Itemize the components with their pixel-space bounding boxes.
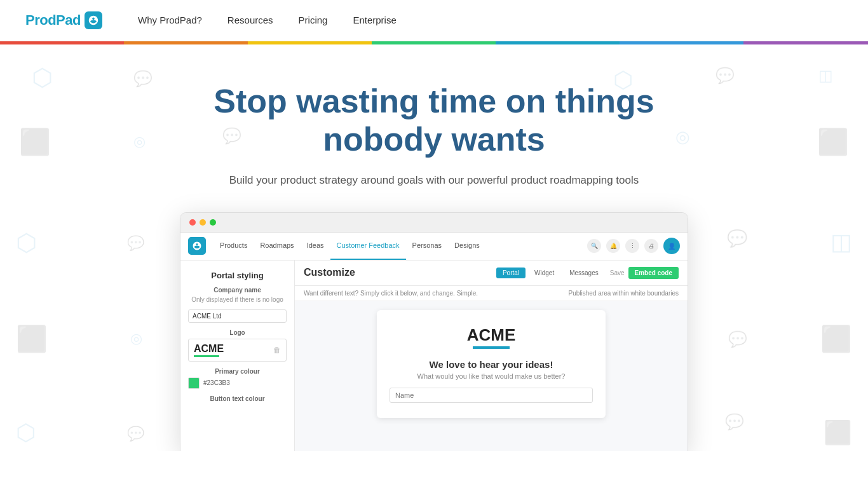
portal-subheading: What would you like that would make us b… xyxy=(390,372,593,380)
tab-messages[interactable]: Messages xyxy=(563,268,605,278)
hint-right: Published area within white boundaries xyxy=(569,290,679,297)
nav-item-pricing[interactable]: Pricing xyxy=(288,15,338,26)
app-nav-items: Products Roadmaps Ideas Customer Feedbac… xyxy=(214,232,587,260)
color-swatch[interactable] xyxy=(188,377,200,389)
sidebar-primary-colour-label: Primary colour xyxy=(188,368,287,375)
save-link[interactable]: Save xyxy=(610,269,625,276)
bg-icon-6: ⬛ xyxy=(19,127,51,157)
customize-header: Customize Portal Widget Messages Save Em… xyxy=(295,261,688,286)
browser-dot-yellow xyxy=(200,219,206,226)
browser-chrome xyxy=(180,213,688,233)
nav-link-why[interactable]: Why ProdPad? xyxy=(128,10,212,30)
header-actions: Save Embed code xyxy=(610,267,679,279)
bg-icon-1: ⬡ xyxy=(32,64,53,92)
app-screenshot: Products Roadmaps Ideas Customer Feedbac… xyxy=(180,212,688,451)
nav-item-enterprise[interactable]: Enterprise xyxy=(342,15,406,26)
app-nav-search-icon[interactable]: 🔍 xyxy=(587,239,601,253)
browser-dot-red xyxy=(189,219,196,226)
app-content: Portal styling Company name Only display… xyxy=(180,261,688,451)
nav-link-pricing[interactable]: Pricing xyxy=(288,10,338,30)
nav-item-resources[interactable]: Resources xyxy=(217,15,283,26)
logo-svg xyxy=(88,15,99,26)
sidebar-button-colour-label: Button text colour xyxy=(188,395,287,402)
app-logo-icon xyxy=(192,241,202,251)
sidebar-company-label: Company name xyxy=(188,287,287,294)
portal-heading: We love to hear your ideas! xyxy=(390,359,593,370)
bg-icon-17: 💬 xyxy=(728,330,747,348)
customize-title: Customize xyxy=(304,267,355,278)
app-nav-personas[interactable]: Personas xyxy=(406,232,448,260)
bg-icon-21: 💬 xyxy=(725,413,744,431)
sidebar-logo-label: Logo xyxy=(188,329,287,336)
app-nav-grid-icon[interactable]: ⋮ xyxy=(625,239,639,253)
sidebar-company-hint: Only displayed if there is no logo xyxy=(188,296,287,303)
bg-icon-2: 💬 xyxy=(133,70,153,88)
bg-icon-20: 💬 xyxy=(127,426,144,442)
portal-name-input[interactable] xyxy=(390,388,593,403)
customize-hint: Want different text? Simply click it bel… xyxy=(295,286,688,301)
app-sidebar: Portal styling Company name Only display… xyxy=(180,261,295,451)
bg-icon-14: ◫ xyxy=(831,229,852,255)
nav-link-resources[interactable]: Resources xyxy=(217,10,283,30)
app-nav-bell-icon[interactable]: 🔔 xyxy=(606,239,620,253)
app-nav-designs[interactable]: Designs xyxy=(448,232,486,260)
bg-icon-13: 💬 xyxy=(727,229,747,248)
bg-icon-10: ⬛ xyxy=(817,127,849,157)
color-hex: #23C3B3 xyxy=(203,379,230,386)
hero-section: ⬡ 💬 ⬡ 💬 ◫ ⬛ ◎ 💬 ◎ ⬛ ⬡ 💬 💬 ◫ ⬛ ◎ 💬 ⬛ ⬡ 💬 … xyxy=(0,44,868,451)
bg-icon-4: 💬 xyxy=(715,67,735,85)
logo-link[interactable]: ProdPad xyxy=(25,11,102,29)
bg-icon-18: ⬛ xyxy=(820,324,852,354)
hint-left: Want different text? Simply click it bel… xyxy=(304,290,478,297)
tab-buttons: Portal Widget Messages xyxy=(496,268,605,278)
sidebar-company-input[interactable] xyxy=(188,309,287,323)
app-nav-feedback[interactable]: Customer Feedback xyxy=(330,232,406,260)
app-nav-bar: Products Roadmaps Ideas Customer Feedbac… xyxy=(180,233,688,261)
app-nav-avatar[interactable]: 👤 xyxy=(663,238,680,254)
nav-item-why[interactable]: Why ProdPad? xyxy=(128,15,212,26)
browser-dot-green xyxy=(210,219,216,226)
logo-text: ProdPad xyxy=(25,12,81,29)
nav-links: Why ProdPad? Resources Pricing Enterpris… xyxy=(128,15,407,26)
logo-icon xyxy=(85,11,102,29)
app-nav-ideas[interactable]: Ideas xyxy=(301,232,330,260)
bg-icon-5: ◫ xyxy=(818,67,833,85)
hero-title: Stop wasting time on things nobody wants xyxy=(180,83,688,159)
bg-icon-22: ⬛ xyxy=(824,419,852,446)
tab-portal[interactable]: Portal xyxy=(496,268,526,278)
bg-icon-11: ⬡ xyxy=(16,229,37,257)
main-nav: ProdPad Why ProdPad? Resources Pricing E… xyxy=(0,0,868,41)
acme-logo-display: ACME xyxy=(194,343,224,357)
bg-icon-15: ⬛ xyxy=(16,324,48,354)
app-nav-products[interactable]: Products xyxy=(214,232,254,260)
bg-icon-19: ⬡ xyxy=(16,419,36,446)
app-nav-right: 🔍 🔔 ⋮ 🖨 👤 xyxy=(587,238,680,254)
portal-acme-logo: ACME xyxy=(390,325,593,345)
tab-widget[interactable]: Widget xyxy=(528,268,560,278)
bg-icon-16: ◎ xyxy=(130,330,142,347)
app-nav-roadmaps[interactable]: Roadmaps xyxy=(254,232,300,260)
portal-card: ACME We love to hear your ideas! What wo… xyxy=(377,310,606,418)
logo-upload-area: ACME 🗑 xyxy=(188,339,287,362)
sidebar-portal-title: Portal styling xyxy=(188,271,287,280)
app-logo xyxy=(188,237,206,255)
acme-logo-text: ACME xyxy=(194,343,224,355)
embed-button[interactable]: Embed code xyxy=(628,267,679,279)
app-main-area: Customize Portal Widget Messages Save Em… xyxy=(295,261,688,451)
nav-link-enterprise[interactable]: Enterprise xyxy=(342,10,406,30)
portal-preview: ACME We love to hear your ideas! What wo… xyxy=(295,301,688,427)
bg-icon-12: 💬 xyxy=(127,235,144,252)
app-nav-print-icon[interactable]: 🖨 xyxy=(644,239,658,253)
bg-icon-7: ◎ xyxy=(133,133,146,150)
color-row: #23C3B3 xyxy=(188,377,287,389)
hero-subtitle: Build your product strategy around goals… xyxy=(218,174,650,187)
acme-underline xyxy=(194,355,219,357)
portal-acme-underline xyxy=(473,346,510,349)
logo-delete-icon[interactable]: 🗑 xyxy=(273,346,281,355)
customize-controls: Portal Widget Messages Save Embed code xyxy=(496,267,679,279)
